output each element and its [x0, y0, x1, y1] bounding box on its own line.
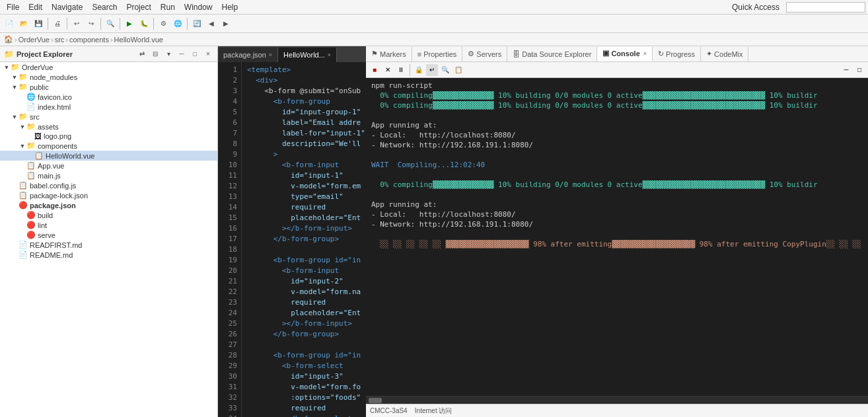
- bottom-scrollbar[interactable]: [366, 396, 868, 404]
- line-numbers: 1234567891011121314151617181920212223242…: [218, 62, 242, 417]
- menu-window[interactable]: Window: [180, 1, 217, 13]
- console-minimize-btn[interactable]: ─: [840, 64, 852, 76]
- toolbar-sep-2: [67, 18, 67, 30]
- console-output[interactable]: npm run-script 0% compiling▓▓▓▓▓▓▓▓▓▓▓▓▓…: [366, 78, 868, 396]
- right-tab-console[interactable]: ▣Console×: [597, 47, 653, 61]
- menu-edit[interactable]: Edit: [24, 1, 46, 13]
- right-tab-markers[interactable]: ⚑Markers: [366, 47, 412, 61]
- tree-label: OrderVue: [22, 63, 53, 71]
- tab-close-icon[interactable]: ×: [643, 50, 647, 57]
- tree-item[interactable]: 🔴lint: [0, 220, 217, 230]
- breadcrumb-item-1[interactable]: src: [55, 36, 65, 44]
- toolbar-b5[interactable]: ▶: [219, 17, 233, 30]
- tree-label: HelloWorld.vue: [46, 152, 94, 160]
- tree-label: babel.config.js: [30, 182, 76, 190]
- right-tab-data-source-explorer[interactable]: 🗄Data Source Explorer: [507, 47, 597, 61]
- tree-item[interactable]: ▼📁assets: [0, 122, 217, 132]
- tree-item[interactable]: ▼📁OrderVue: [0, 62, 217, 72]
- tree-item[interactable]: 📋package-lock.json: [0, 190, 217, 200]
- toolbar-sep-6: [187, 18, 188, 30]
- editor-tab-close[interactable]: ×: [269, 52, 272, 58]
- toolbar-undo[interactable]: ↩: [70, 17, 83, 30]
- toolbar-run[interactable]: ▶: [123, 17, 136, 30]
- code-line: <div>: [247, 75, 361, 86]
- toolbar-redo[interactable]: ↪: [85, 17, 98, 30]
- console-scroll-lock-btn[interactable]: 🔒: [413, 64, 425, 76]
- menu-search[interactable]: Search: [88, 1, 121, 13]
- tree-item[interactable]: 🌐favicon.ico: [0, 92, 217, 102]
- console-line: - Network: http://192.168.191.1:8080/: [371, 140, 863, 150]
- editor-tab[interactable]: package.json×: [218, 48, 278, 62]
- toolbar-debug[interactable]: 🐛: [137, 17, 151, 30]
- right-tab-codemix[interactable]: ✦CodeMix: [701, 47, 748, 61]
- tree-item[interactable]: 🔴serve: [0, 230, 217, 240]
- toolbar-print[interactable]: 🖨: [51, 17, 64, 30]
- quick-access-input[interactable]: [786, 2, 865, 13]
- code-content[interactable]: <template> <div> <b-form @submit="onSub …: [242, 62, 366, 417]
- panel-sync-btn[interactable]: ⇄: [137, 49, 147, 59]
- tree-item[interactable]: ▼📁node_modules: [0, 72, 217, 82]
- editor-tab-close[interactable]: ×: [328, 52, 331, 58]
- toolbar-search[interactable]: 🔍: [104, 17, 117, 30]
- line-number: 24: [222, 308, 237, 319]
- editor-tab-label: HelloWorld...: [283, 51, 325, 59]
- right-tab-servers[interactable]: ⚙Servers: [462, 47, 507, 61]
- tree-label: assets: [38, 123, 59, 131]
- menu-project[interactable]: Project: [122, 1, 155, 13]
- tree-item[interactable]: 📋HelloWorld.vue: [0, 151, 217, 161]
- right-tab-progress[interactable]: ↻Progress: [653, 47, 701, 61]
- toolbar-open[interactable]: 📂: [17, 17, 30, 30]
- console-clear-btn[interactable]: ✕: [382, 64, 394, 76]
- toolbar-sep-3: [100, 18, 101, 30]
- toolbar-b4[interactable]: ◀: [205, 17, 218, 30]
- tree-item[interactable]: 📄READFIRST.md: [0, 240, 217, 250]
- toolbar-b1[interactable]: ⚙: [157, 17, 170, 30]
- right-tab-properties[interactable]: ≡Properties: [412, 47, 463, 61]
- console-filter-btn[interactable]: 🔍: [439, 64, 451, 76]
- tree-arrow-icon: ▼: [3, 64, 11, 71]
- status-bar-right: CMCC-3aS4 Internet 访问: [370, 406, 452, 416]
- editor-tab[interactable]: HelloWorld...×: [278, 48, 337, 62]
- console-maximize-btn[interactable]: □: [853, 64, 865, 76]
- menu-help[interactable]: Help: [218, 1, 242, 13]
- tree-item[interactable]: 📄README.md: [0, 250, 217, 260]
- tree-file-icon: 🌐: [26, 93, 36, 101]
- toolbar-b3[interactable]: 🔄: [190, 17, 203, 30]
- tree-item[interactable]: ▼📁public: [0, 82, 217, 92]
- tree-file-icon: 📄: [18, 250, 28, 259]
- panel-minimize-btn[interactable]: ─: [176, 49, 187, 59]
- tree-item[interactable]: ▼📁src: [0, 112, 217, 122]
- toolbar-b2[interactable]: 🌐: [171, 17, 184, 30]
- panel-close-btn[interactable]: ×: [203, 49, 213, 59]
- tree-item[interactable]: 🔴package.json: [0, 200, 217, 210]
- tree-item[interactable]: 🖼logo.png: [0, 132, 217, 141]
- toolbar-save[interactable]: 💾: [32, 17, 45, 30]
- tree-item[interactable]: 📋babel.config.js: [0, 180, 217, 190]
- panel-menu-btn[interactable]: ▾: [163, 49, 174, 59]
- breadcrumb-item-3[interactable]: HelloWorld.vue: [114, 36, 163, 44]
- console-line: 0% compiling▓▓▓▓▓▓▓▓▓▓▓▓▓▓ 10% building …: [371, 100, 863, 110]
- console-pause-btn[interactable]: ⏸: [395, 64, 407, 76]
- menu-navigate[interactable]: Navigate: [48, 1, 87, 13]
- toolbar-new[interactable]: 📄: [3, 17, 16, 30]
- breadcrumb-item-0[interactable]: OrderVue: [18, 36, 50, 44]
- tree-item[interactable]: 🔴build: [0, 210, 217, 220]
- line-number: 11: [222, 171, 237, 181]
- tree-item[interactable]: 📋main.js: [0, 171, 217, 180]
- menu-file[interactable]: File: [3, 1, 23, 13]
- console-stop-btn[interactable]: ■: [369, 64, 380, 76]
- scrollbar-thumb[interactable]: [369, 398, 382, 403]
- line-number: 33: [222, 403, 237, 414]
- breadcrumb-item-2[interactable]: components: [69, 36, 109, 44]
- line-number: 2: [222, 75, 237, 86]
- tree-item[interactable]: ▼📁components: [0, 141, 217, 151]
- tree-item[interactable]: 📋App.vue: [0, 161, 217, 171]
- panel-maximize-btn[interactable]: □: [190, 49, 200, 59]
- menu-run[interactable]: Run: [157, 1, 179, 13]
- console-copy-btn[interactable]: 📋: [452, 64, 464, 76]
- tree-item[interactable]: 📄index.html: [0, 102, 217, 112]
- tree-arrow-icon: ▼: [11, 114, 18, 120]
- console-wrap-btn[interactable]: ↵: [426, 64, 438, 76]
- code-line: <b-form-input: [247, 160, 361, 171]
- panel-collapse-btn[interactable]: ⊟: [150, 49, 161, 59]
